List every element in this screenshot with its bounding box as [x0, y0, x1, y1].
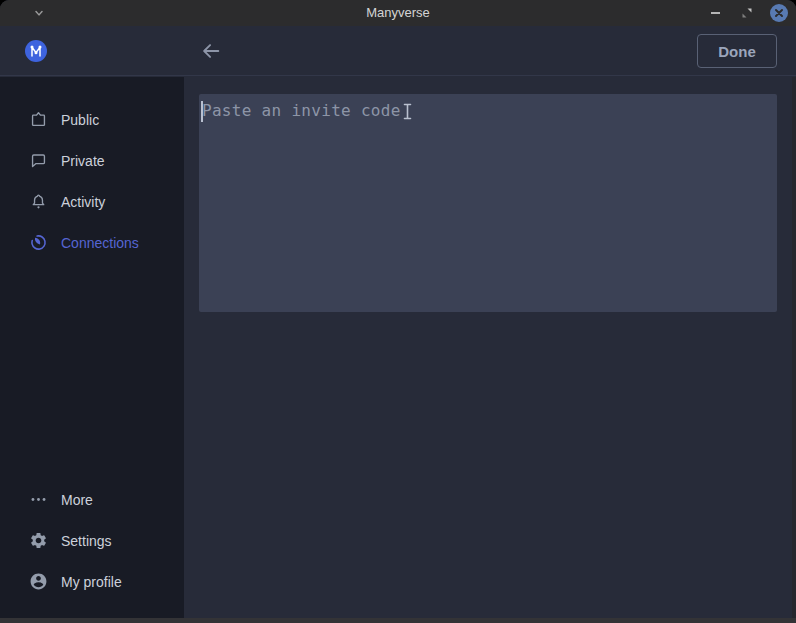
- sidebar-item-label: Settings: [61, 533, 112, 549]
- sidebar-item-label: Activity: [61, 194, 105, 210]
- invite-code-field-wrapper: [199, 94, 777, 312]
- restore-icon: [741, 7, 753, 19]
- sidebar-item-more[interactable]: More: [0, 479, 184, 520]
- window-controls: [706, 0, 788, 26]
- sidebar-item-label: More: [61, 492, 93, 508]
- window-frame-bottom: [0, 618, 796, 623]
- sidebar-item-settings[interactable]: Settings: [0, 520, 184, 561]
- gear-icon: [29, 531, 48, 550]
- dots-horizontal-icon: [29, 490, 48, 509]
- minimize-button[interactable]: [706, 4, 724, 22]
- bulletin-board-icon: [29, 110, 48, 129]
- sidebar-item-label: Public: [61, 112, 99, 128]
- sidebar-item-public[interactable]: Public: [0, 99, 184, 140]
- window-frame-right: [792, 77, 796, 618]
- manyverse-window: Manyverse: [0, 0, 796, 623]
- sidebar-spacer: [0, 263, 184, 479]
- done-button[interactable]: Done: [697, 34, 777, 68]
- message-bubble-icon: [29, 151, 48, 170]
- main-content: [184, 77, 796, 618]
- sidebar-item-label: My profile: [61, 574, 122, 590]
- close-button[interactable]: [770, 4, 788, 22]
- window-title: Manyverse: [0, 0, 796, 26]
- sidebar-item-connections[interactable]: Connections: [0, 222, 184, 263]
- sidebar-item-activity[interactable]: Activity: [0, 181, 184, 222]
- app-header: Done: [0, 26, 796, 76]
- sidebar-item-label: Private: [61, 153, 105, 169]
- sidebar-item-my-profile[interactable]: My profile: [0, 561, 184, 602]
- sidebar-item-label: Connections: [61, 235, 139, 251]
- close-icon: [770, 4, 788, 22]
- bell-icon: [29, 192, 48, 211]
- restore-button[interactable]: [738, 4, 756, 22]
- invite-code-input[interactable]: [199, 94, 777, 312]
- minimize-icon: [711, 12, 720, 14]
- sidebar-item-private[interactable]: Private: [0, 140, 184, 181]
- account-circle-icon: [29, 572, 48, 591]
- back-arrow-icon[interactable]: [200, 40, 222, 62]
- sidebar: Public Private Activity: [0, 77, 184, 618]
- os-titlebar: Manyverse: [0, 0, 796, 26]
- manyverse-logo-icon: [24, 39, 48, 63]
- connections-dial-icon: [29, 233, 48, 252]
